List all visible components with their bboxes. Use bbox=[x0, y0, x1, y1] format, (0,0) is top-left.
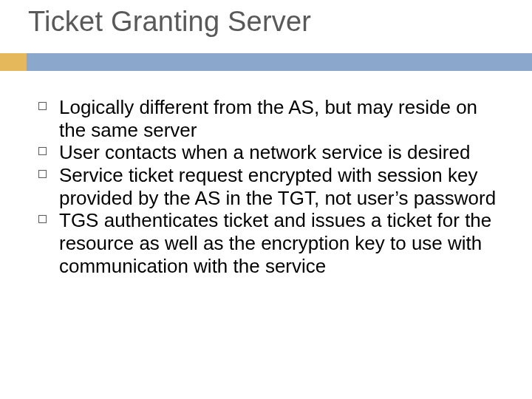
bullet-text: Logically different from the AS, but may… bbox=[59, 96, 505, 141]
list-item: TGS authenticates ticket and issues a ti… bbox=[27, 209, 505, 277]
bullet-icon bbox=[38, 102, 47, 110]
bullet-text: User contacts when a network service is … bbox=[59, 141, 505, 164]
bullet-icon bbox=[38, 170, 47, 178]
content-area: Logically different from the AS, but may… bbox=[27, 96, 505, 277]
divider-bar bbox=[0, 53, 532, 71]
list-item: Service ticket request encrypted with se… bbox=[27, 164, 505, 209]
bullet-text: Service ticket request encrypted with se… bbox=[59, 164, 505, 209]
list-item: User contacts when a network service is … bbox=[27, 141, 505, 164]
bullet-text: TGS authenticates ticket and issues a ti… bbox=[59, 209, 505, 277]
bullet-icon bbox=[38, 147, 47, 155]
list-item: Logically different from the AS, but may… bbox=[27, 96, 505, 141]
bullet-icon bbox=[38, 215, 47, 223]
slide-title: Ticket Granting Server bbox=[28, 6, 311, 38]
divider-accent bbox=[0, 53, 27, 71]
